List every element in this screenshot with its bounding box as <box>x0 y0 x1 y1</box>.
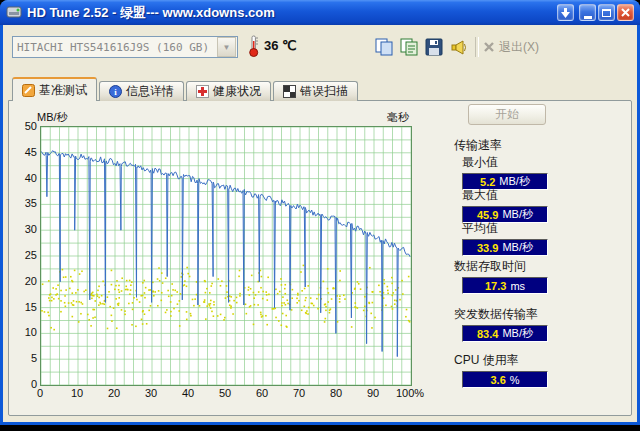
benchmark-icon <box>22 84 35 97</box>
burst-rate-value-box: 83.4 MB/秒 <box>462 325 548 342</box>
y-axis-label: MB/秒 <box>37 110 68 125</box>
save-icon <box>425 38 443 56</box>
tab-error-scan-label: 错误扫描 <box>300 83 348 100</box>
cpu-usage-label: CPU 使用率 <box>454 352 548 369</box>
chevron-down-icon[interactable]: ▼ <box>217 37 236 57</box>
avg-label: 平均值 <box>462 220 548 237</box>
cpu-usage-value: 3.6 <box>490 374 505 386</box>
measurement-access-time: 数据存取时间 17.3 ms <box>454 258 548 294</box>
chart-plot <box>41 127 411 385</box>
tab-health[interactable]: 健康状况 <box>186 81 271 101</box>
health-cross-icon <box>196 85 209 98</box>
avg-value: 33.9 <box>477 242 498 254</box>
avg-unit: MB/秒 <box>502 240 533 255</box>
tab-info-label: 信息详情 <box>126 83 174 100</box>
max-value: 45.9 <box>477 209 498 221</box>
tab-error-scan[interactable]: 错误扫描 <box>273 81 358 101</box>
temperature-value: 36 ℃ <box>264 38 297 53</box>
measurement-min: 最小值 5.2 MB/秒 <box>462 154 548 190</box>
exit-x-icon <box>483 41 495 53</box>
copy-info-button[interactable] <box>398 36 420 58</box>
cpu-usage-unit: % <box>510 374 520 386</box>
drive-select-value: HITACHI HTS541616J9S (160 GB) <box>13 41 216 54</box>
copy-info-icon <box>400 38 418 56</box>
info-icon: i <box>109 85 122 98</box>
min-value: 5.2 <box>480 176 495 188</box>
measurement-burst-rate: 突发数据传输率 83.4 MB/秒 <box>454 306 548 342</box>
tab-info[interactable]: i 信息详情 <box>99 81 184 101</box>
window-title: HD Tune 2.52 - 绿盟--- www.xdowns.com <box>27 0 275 25</box>
speaker-button[interactable] <box>448 36 470 58</box>
client-area: HITACHI HTS541616J9S (160 GB) ▼ 36 ℃ <box>3 25 637 422</box>
thermometer-icon <box>247 34 260 62</box>
minimize-icon <box>584 16 592 19</box>
speaker-icon <box>450 38 468 56</box>
tab-bar: 基准测试 i 信息详情 健康状况 错误扫描 <box>12 77 360 101</box>
y2-axis-label: 毫秒 <box>387 110 409 125</box>
exit-label: 退出(X) <box>499 39 539 56</box>
tab-benchmark-label: 基准测试 <box>39 82 87 99</box>
access-time-unit: ms <box>510 280 525 292</box>
save-button[interactable] <box>423 36 445 58</box>
burst-rate-value: 83.4 <box>477 328 498 340</box>
burst-rate-label: 突发数据传输率 <box>454 306 548 323</box>
avg-value-box: 33.9 MB/秒 <box>462 239 548 256</box>
x-axis-ticks: 0102030405060708090100% <box>40 387 420 401</box>
cpu-usage-value-box: 3.6 % <box>462 371 548 388</box>
hd-tune-app-icon <box>6 4 22 20</box>
close-icon <box>621 8 630 17</box>
maximize-icon <box>602 9 611 17</box>
measurement-cpu-usage: CPU 使用率 3.6 % <box>454 352 548 388</box>
y-axis-ticks: 05101520253035404550 <box>9 126 37 384</box>
start-button[interactable]: 开始 <box>468 104 546 125</box>
burst-rate-unit: MB/秒 <box>502 326 533 341</box>
measurement-avg: 平均值 33.9 MB/秒 <box>462 220 548 256</box>
min-label: 最小值 <box>462 154 548 171</box>
benchmark-chart <box>40 126 412 386</box>
copy-image-button[interactable] <box>373 36 395 58</box>
error-scan-checker-icon <box>283 85 296 98</box>
measurement-max: 最大值 45.9 MB/秒 <box>462 187 548 223</box>
access-time-label: 数据存取时间 <box>454 258 548 275</box>
transfer-rate-group-label: 传输速率 <box>454 137 502 154</box>
download-button[interactable] <box>557 4 574 21</box>
tab-health-label: 健康状况 <box>213 83 261 100</box>
exit-button[interactable]: 退出(X) <box>483 37 539 57</box>
access-time-value: 17.3 <box>485 280 506 292</box>
tab-benchmark[interactable]: 基准测试 <box>12 77 97 101</box>
titlebar[interactable]: HD Tune 2.52 - 绿盟--- www.xdowns.com <box>0 0 640 25</box>
copy-image-icon <box>375 38 393 56</box>
screen: HD Tune 2.52 - 绿盟--- www.xdowns.com HITA… <box>0 0 640 431</box>
hd-tune-window: HD Tune 2.52 - 绿盟--- www.xdowns.com HITA… <box>0 0 640 425</box>
close-button[interactable] <box>617 4 634 21</box>
drive-select[interactable]: HITACHI HTS541616J9S (160 GB) ▼ <box>12 36 238 58</box>
maximize-button[interactable] <box>598 4 615 21</box>
minimize-button[interactable] <box>579 4 596 21</box>
max-label: 最大值 <box>462 187 548 204</box>
download-arrow-icon <box>561 8 570 18</box>
access-time-value-box: 17.3 ms <box>462 277 548 294</box>
toolbar-separator <box>475 37 479 57</box>
